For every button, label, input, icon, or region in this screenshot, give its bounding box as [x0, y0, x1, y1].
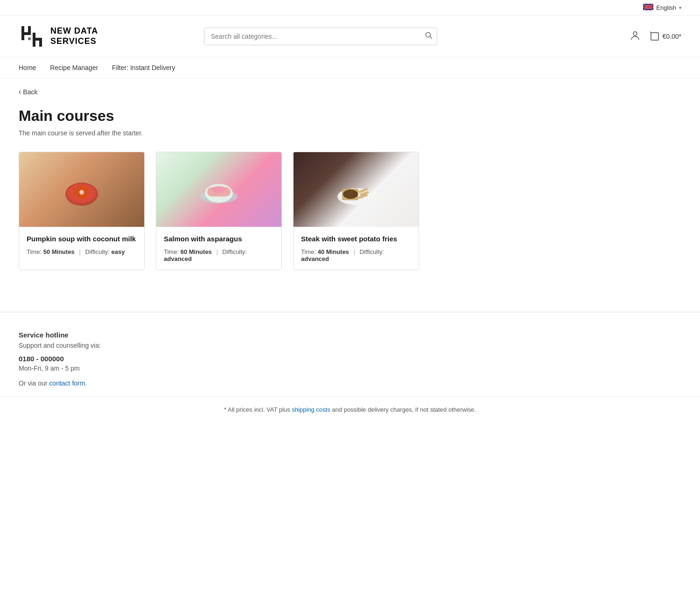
support-text: Support and counselling via:: [19, 342, 681, 349]
disclaimer-text: * All prices incl. VAT plus: [224, 406, 290, 413]
main-nav: Home Recipe Manager Filter: Instant Deli…: [0, 57, 700, 78]
svg-rect-12: [28, 37, 31, 40]
time-label-3: Time:: [301, 248, 316, 255]
svg-rect-20: [651, 33, 658, 40]
difficulty-label-2: Difficulty:: [222, 248, 247, 255]
phone-number: 0180 - 000000: [19, 355, 681, 363]
recipe-card-2[interactable]: Salmon with asparagus Time: 60 Minutes |…: [156, 152, 282, 270]
difficulty-label-3: Difficulty:: [359, 248, 384, 255]
difficulty-value-2: advanced: [164, 255, 192, 262]
svg-point-17: [426, 33, 430, 37]
header-actions: €0.00*: [630, 30, 681, 43]
nav-home[interactable]: Home: [19, 57, 45, 78]
recipe-card-1[interactable]: Pumpkin soup with coconut milk Time: 50 …: [19, 152, 145, 270]
account-button[interactable]: [630, 30, 640, 43]
recipe-image-2: [156, 152, 281, 227]
svg-point-25: [79, 190, 84, 195]
time-label-2: Time:: [164, 248, 179, 255]
footer-service: Service hotline Support and counselling …: [0, 312, 700, 396]
back-link[interactable]: ‹ Back: [19, 88, 37, 96]
search-input[interactable]: [204, 28, 437, 45]
top-bar: English ▾: [0, 0, 700, 16]
svg-point-29: [212, 186, 226, 193]
footer-disclaimer: * All prices incl. VAT plus shipping cos…: [0, 396, 700, 422]
uk-flag-svg: [643, 4, 653, 10]
difficulty-label-1: Difficulty:: [85, 248, 110, 255]
search-icon: [425, 32, 433, 39]
svg-line-18: [430, 37, 432, 39]
card-body-3: Steak with sweet potato fries Time: 40 M…: [294, 227, 419, 270]
pumpkin-soup-illustration: [58, 171, 105, 208]
logo-link[interactable]: NEW DATA SERVICES: [19, 23, 98, 49]
time-value-2: 60 Minutes: [181, 248, 212, 255]
time-label-1: Time:: [27, 248, 42, 255]
nav-recipe-manager[interactable]: Recipe Manager: [50, 57, 107, 78]
chevron-down-icon: ▾: [679, 5, 681, 10]
flag-icon: [643, 4, 653, 12]
language-label: English: [656, 4, 676, 11]
svg-rect-16: [33, 33, 35, 35]
recipe-meta-3: Time: 40 Minutes | Difficulty: advanced: [301, 248, 411, 262]
back-arrow-icon: ‹: [19, 88, 21, 96]
steak-illustration: [333, 171, 379, 208]
difficulty-value-1: easy: [112, 248, 125, 255]
recipe-image-3: [294, 152, 419, 227]
meta-divider-2: |: [216, 248, 217, 255]
card-body-1: Pumpkin soup with coconut milk Time: 50 …: [19, 227, 144, 263]
cart-icon: [650, 31, 660, 42]
difficulty-value-3: advanced: [301, 255, 329, 262]
recipe-card-3[interactable]: Steak with sweet potato fries Time: 40 M…: [293, 152, 419, 270]
hotline-title: Service hotline: [19, 331, 681, 339]
svg-point-35: [343, 190, 358, 199]
time-value-1: 50 Minutes: [43, 248, 75, 255]
meta-divider-1: |: [79, 248, 80, 255]
recipe-image-1: [19, 152, 144, 227]
svg-point-19: [633, 32, 637, 35]
site-footer: Service hotline Support and counselling …: [0, 312, 700, 422]
recipe-title-3: Steak with sweet potato fries: [301, 234, 411, 244]
recipe-meta-1: Time: 50 Minutes | Difficulty: easy: [27, 248, 137, 255]
site-header: NEW DATA SERVICES €0.00*: [0, 16, 700, 57]
recipe-title-2: Salmon with asparagus: [164, 234, 274, 244]
logo-icon: [19, 23, 45, 49]
disclaimer-rest: and possible delivery charges, if not st…: [332, 406, 476, 413]
card-body-2: Salmon with asparagus Time: 60 Minutes |…: [156, 227, 281, 270]
page-title: Main courses: [19, 107, 681, 125]
language-selector[interactable]: English ▾: [643, 4, 681, 12]
shipping-costs-link[interactable]: shipping costs: [292, 406, 330, 413]
logo-text: NEW DATA SERVICES: [50, 26, 98, 46]
recipe-cards-grid: Pumpkin soup with coconut milk Time: 50 …: [19, 152, 681, 270]
nav-filter-instant-delivery[interactable]: Filter: Instant Delivery: [112, 57, 184, 78]
svg-rect-8: [648, 4, 649, 10]
or-via-text: Or via our contact form.: [19, 379, 681, 387]
recipe-meta-2: Time: 60 Minutes | Difficulty: advanced: [164, 248, 274, 262]
search-bar: [204, 28, 437, 45]
recipe-title-1: Pumpkin soup with coconut milk: [27, 234, 137, 244]
page-subtitle: The main course is served after the star…: [19, 129, 681, 137]
meta-divider-3: |: [353, 248, 355, 255]
contact-form-link[interactable]: contact form: [49, 379, 85, 387]
back-label: Back: [23, 88, 37, 96]
main-content: ‹ Back Main courses The main course is s…: [0, 78, 700, 312]
svg-rect-11: [28, 26, 31, 35]
user-icon: [630, 30, 640, 41]
cart-button[interactable]: €0.00*: [650, 31, 681, 42]
service-hours: Mon-Fri, 9 am - 5 pm: [19, 365, 681, 372]
salmon-illustration: [196, 171, 242, 208]
svg-rect-15: [39, 38, 42, 47]
time-value-3: 40 Minutes: [318, 248, 349, 255]
search-button[interactable]: [425, 32, 433, 41]
cart-price: €0.00*: [663, 33, 681, 40]
svg-line-21: [650, 32, 651, 33]
